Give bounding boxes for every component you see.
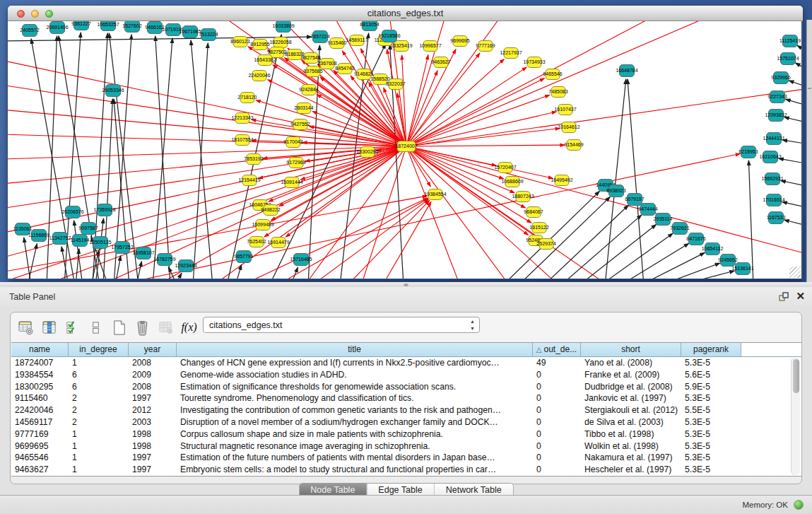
network-edge — [406, 146, 504, 179]
table-cell: Tourette syndrome. Phenomenology and cla… — [177, 392, 533, 404]
node-label: 16782759 — [153, 257, 175, 262]
table-cell: 2003 — [129, 416, 177, 428]
network-edge — [784, 117, 801, 123]
table-row[interactable]: 977716911998Corpus callosum shape and si… — [11, 428, 801, 440]
table-selector[interactable]: citations_edges.txt ▲▼ — [203, 317, 480, 333]
node-label: 1527602 — [122, 23, 141, 28]
network-edge — [24, 238, 31, 279]
memory-ok-indicator[interactable] — [794, 500, 804, 510]
table-cell: Changes of HCN gene expression and I(f) … — [177, 357, 533, 369]
node-label: 9375685 — [303, 69, 322, 74]
node-label: 9227343 — [767, 94, 787, 99]
node-label: 9097587 — [78, 226, 98, 230]
scrollbar-thumb[interactable] — [793, 359, 799, 393]
table-row[interactable]: 2242004622012Investigating the contribut… — [11, 404, 801, 416]
column-header-out-de-[interactable]: △out_de... — [533, 343, 581, 357]
table-cell: Tibbo et al. (1998) — [581, 428, 681, 440]
network-edge — [605, 79, 626, 279]
node-label: 15751074 — [777, 56, 799, 61]
table-panel-body: f(x) citations_edges.txt ▲▼ namein_degre… — [0, 306, 812, 495]
node-label: 8215953 — [739, 149, 758, 154]
window-resize-grip-icon[interactable] — [789, 267, 801, 278]
new-column-icon[interactable] — [110, 318, 129, 337]
node-label: 14569117 — [346, 37, 368, 42]
network-edge — [347, 201, 430, 279]
table-cell: 5.9E-5 — [681, 381, 741, 393]
table-row[interactable]: 1830029562008Estimation of significance … — [11, 381, 801, 393]
table-row[interactable]: 946554611997Estimation of the future num… — [11, 452, 801, 464]
table-row[interactable]: 1456911722003Disruption of a novel membe… — [11, 416, 801, 428]
table-cell: 0 — [533, 369, 581, 381]
table-row[interactable]: 969969511998Structural magnetic resonanc… — [11, 440, 801, 452]
cytoscape-screen: citations_edges.txt 18724007896012389129… — [0, 0, 812, 514]
column-header-title[interactable]: title — [177, 343, 533, 357]
node-label: 20691406 — [46, 25, 68, 30]
column-header-pagerank[interactable]: pagerank — [681, 343, 741, 357]
table-settings-icon[interactable] — [16, 318, 35, 337]
node-label: 6679197 — [625, 197, 644, 201]
column-header-year[interactable]: year — [129, 343, 177, 357]
node-label: 16091444 — [281, 180, 302, 185]
table-cell: Corpus callosum shape and size in male p… — [177, 428, 533, 440]
column-header-name[interactable]: name — [11, 343, 69, 357]
table-cell: 1 — [69, 440, 129, 452]
node-label: 16914479 — [267, 240, 289, 245]
node-label: 16107437 — [554, 107, 576, 112]
table-cell: 2012 — [129, 404, 177, 416]
node-label: 16543382 — [254, 57, 276, 62]
row-options-icon[interactable] — [86, 318, 105, 337]
function-builder-icon[interactable]: f(x) — [180, 318, 199, 337]
node-label: 15692931 — [761, 176, 783, 181]
network-edge — [8, 146, 406, 159]
table-cell: 49 — [533, 357, 581, 369]
network-window-titlebar[interactable]: citations_edges.txt — [8, 6, 803, 21]
table-row[interactable]: 911546021997Tourette syndrome. Phenomeno… — [11, 392, 801, 404]
node-label: 15716485 — [290, 257, 312, 262]
node-label: 9170043 — [283, 139, 302, 144]
delete-table-icon[interactable] — [156, 318, 175, 337]
table-row[interactable]: 946362711997Embryonic stem cells: a mode… — [11, 464, 801, 476]
table-cell: 2008 — [129, 357, 177, 369]
node-label: 17957253 — [111, 245, 133, 250]
network-edge — [560, 215, 642, 279]
node-label: 12213343 — [231, 115, 253, 120]
node-label: 10164612 — [558, 124, 579, 129]
table-cell: 2 — [69, 416, 129, 428]
status-bar: Memory: OK — [0, 495, 812, 514]
network-edge — [406, 95, 550, 146]
vertical-scrollbar[interactable] — [791, 358, 800, 475]
network-edge — [406, 21, 446, 146]
select-rows-icon[interactable] — [63, 318, 82, 337]
column-header-in-degree[interactable]: in_degree — [69, 343, 129, 357]
node-label: 9463627 — [431, 59, 450, 64]
node-label: 12505135 — [89, 240, 111, 245]
network-edge — [795, 63, 801, 71]
network-window[interactable]: citations_edges.txt 18724007896012389129… — [8, 6, 803, 279]
table-cell: 1 — [69, 464, 129, 476]
network-edge — [502, 191, 599, 279]
right-panel-divider[interactable] — [806, 20, 812, 282]
table-row[interactable]: 1872400712008Changes of HCN gene express… — [11, 357, 801, 369]
table-cell: 9115460 — [11, 392, 69, 404]
table-cell: Franke et al. (2009) — [581, 369, 681, 381]
node-label: 16033809 — [272, 23, 294, 28]
close-panel-icon[interactable]: ✕ — [796, 290, 805, 303]
node-label: 9474444 — [638, 206, 657, 211]
network-edge — [782, 202, 801, 208]
node-label: 10654112 — [702, 246, 724, 251]
node-label: 16495492 — [551, 177, 572, 182]
table-cell: 0 — [533, 440, 581, 452]
table-row[interactable]: 1938455462009Genome-wide association stu… — [11, 369, 801, 381]
delete-column-icon[interactable] — [133, 318, 152, 337]
horizontal-splitter[interactable] — [0, 282, 812, 287]
column-header-short[interactable]: short — [581, 343, 681, 357]
network-canvas[interactable]: 1872400789601238912955182260589827502165… — [8, 21, 801, 279]
node-label: 19734933 — [523, 59, 545, 64]
float-panel-icon[interactable] — [778, 291, 789, 303]
table-cell: 2008 — [129, 381, 177, 393]
table-cell: 6 — [69, 369, 129, 381]
select-columns-icon[interactable] — [40, 318, 59, 337]
network-graph[interactable]: 1872400789601238912955182260589827502165… — [8, 21, 801, 279]
node-label: 9242844 — [299, 87, 318, 92]
table-cell: 18724007 — [11, 357, 69, 369]
